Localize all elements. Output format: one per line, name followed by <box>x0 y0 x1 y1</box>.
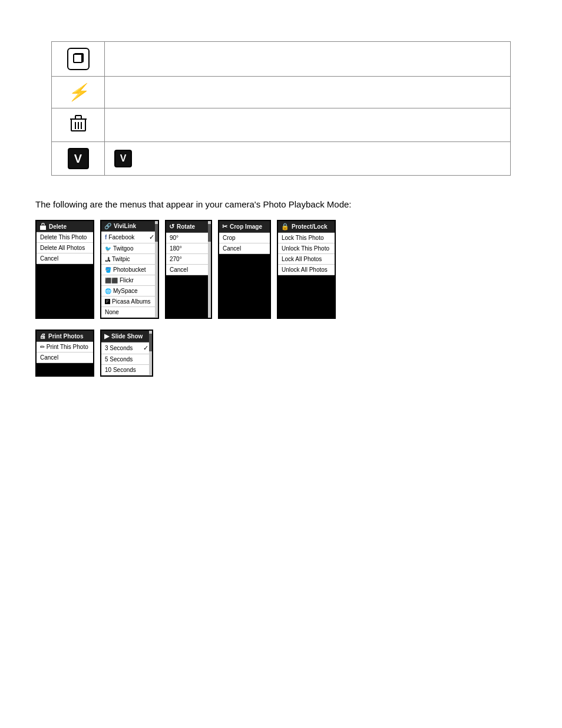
slideshow-5sec-label: 5 Seconds <box>105 356 133 363</box>
vivilink-twitgoo[interactable]: 🐦Twitgoo <box>101 243 158 254</box>
v-icon-description: V <box>105 142 511 176</box>
rotate-cancel[interactable]: Cancel <box>166 265 211 275</box>
crop-menu-header: ✂ Crop Image <box>219 221 270 233</box>
vivilink-menu: 🔗 ViviLink fFacebook ✓ 🐦Twitgoo 🏞Twitpic… <box>100 220 159 319</box>
slideshow-scrollbar <box>149 331 152 375</box>
vivilink-menu-title: ViviLink <box>114 223 136 229</box>
rotate-90[interactable]: 90° <box>166 233 211 243</box>
slideshow-3sec-check: ✓ <box>143 344 148 352</box>
vivilink-menu-header: 🔗 ViviLink <box>101 221 158 232</box>
unlock-this-photo[interactable]: Unlock This Photo <box>278 243 335 254</box>
rotate-270[interactable]: 270° <box>166 254 211 265</box>
print-this-photo[interactable]: ✏ Print This Photo <box>37 342 93 353</box>
icon-reference-table: ⚡ V V <box>51 41 511 176</box>
intro-paragraph: The following are the menus that appear … <box>35 199 527 209</box>
protect-menu-header: 🔒 Protect/Lock <box>278 221 335 233</box>
copy-icon-cell <box>52 42 105 77</box>
lock-header-icon: 🔒 <box>281 223 289 230</box>
v-icon-small-inline: V <box>114 150 132 167</box>
lock-this-photo[interactable]: Lock This Photo <box>278 233 335 243</box>
facebook-label: fFacebook <box>105 234 134 241</box>
rotate-scrollbar <box>208 221 211 318</box>
menus-row-1: Delete Delete This Photo Delete All Phot… <box>35 220 527 319</box>
print-menu-title: Print Photos <box>48 333 83 340</box>
vivilink-flickr[interactable]: ⬛⬛Flickr <box>101 275 158 286</box>
bolt-icon: ⚡ <box>68 83 88 101</box>
vivilink-myspace[interactable]: 🌐MySpace <box>101 286 158 297</box>
photobucket-label: 🪣Photobucket <box>105 266 146 273</box>
crop-header-icon: ✂ <box>222 223 227 230</box>
delete-menu: Delete Delete This Photo Delete All Phot… <box>35 220 94 319</box>
rotate-180[interactable]: 180° <box>166 243 211 254</box>
lock-all-photos[interactable]: Lock All Photos <box>278 254 335 265</box>
crop-crop[interactable]: Crop <box>219 233 270 243</box>
trash-icon-cell <box>52 108 105 142</box>
unlock-all-photos[interactable]: Unlock All Photos <box>278 265 335 275</box>
vivilink-header-icon: 🔗 <box>104 223 111 229</box>
vivilink-scrollbar <box>155 221 158 318</box>
slideshow-header-icon: ▶ <box>104 332 109 340</box>
slideshow-3sec-label: 3 Seconds <box>105 345 133 351</box>
vivilink-facebook[interactable]: fFacebook ✓ <box>101 232 158 243</box>
vivilink-twitpic[interactable]: 🏞Twitpic <box>101 254 158 265</box>
delete-menu-title: Delete <box>49 223 67 230</box>
copy-icon <box>67 48 90 70</box>
slideshow-menu-header: ▶ Slide Show <box>101 331 152 342</box>
protect-menu-title: Protect/Lock <box>292 223 328 230</box>
print-this-photo-label: ✏ Print This Photo <box>40 344 88 350</box>
picasa-label: 🅿Picasa Albums <box>105 298 151 305</box>
twitpic-label: 🏞Twitpic <box>105 256 130 262</box>
slideshow-3sec[interactable]: 3 Seconds ✓ <box>101 342 152 354</box>
v-icon-big: V <box>68 148 89 169</box>
slideshow-menu: ▶ Slide Show 3 Seconds ✓ 5 Seconds 10 Se… <box>100 330 153 377</box>
trash-icon-description <box>105 108 511 142</box>
svg-rect-8 <box>40 225 46 230</box>
crop-cancel[interactable]: Cancel <box>219 243 270 254</box>
vivilink-picasa[interactable]: 🅿Picasa Albums <box>101 297 158 307</box>
twitgoo-label: 🐦Twitgoo <box>105 245 133 252</box>
slideshow-10sec[interactable]: 10 Seconds <box>101 365 152 375</box>
delete-menu-header: Delete <box>37 221 93 232</box>
bolt-icon-description <box>105 77 511 108</box>
vivilink-none[interactable]: None <box>101 307 158 318</box>
menus-row-2: 🖨 Print Photos ✏ Print This Photo Cancel… <box>35 330 527 377</box>
print-header-icon: 🖨 <box>39 332 46 340</box>
print-menu: 🖨 Print Photos ✏ Print This Photo Cancel <box>35 330 94 377</box>
rotate-header-icon: ↺ <box>169 223 174 230</box>
delete-all-photos[interactable]: Delete All Photos <box>37 243 93 253</box>
bolt-icon-cell: ⚡ <box>52 77 105 108</box>
rotate-menu-title: Rotate <box>177 223 195 230</box>
rotate-menu: ↺ Rotate 90° 180° 270° Cancel <box>165 220 212 319</box>
v-icon-cell: V <box>52 142 105 176</box>
none-label: None <box>105 309 119 315</box>
rotate-menu-header: ↺ Rotate <box>166 221 211 233</box>
copy-icon-description <box>105 42 511 77</box>
crop-menu: ✂ Crop Image Crop Cancel <box>218 220 271 319</box>
trash-header-icon <box>39 223 47 230</box>
vivilink-photobucket[interactable]: 🪣Photobucket <box>101 265 158 275</box>
delete-this-photo[interactable]: Delete This Photo <box>37 232 93 243</box>
print-cancel[interactable]: Cancel <box>37 353 93 363</box>
print-menu-header: 🖨 Print Photos <box>37 331 93 342</box>
trash-icon <box>70 120 87 135</box>
crop-menu-title: Crop Image <box>230 223 262 230</box>
protect-menu: 🔒 Protect/Lock Lock This Photo Unlock Th… <box>277 220 336 319</box>
slideshow-5sec[interactable]: 5 Seconds <box>101 354 152 365</box>
delete-cancel[interactable]: Cancel <box>37 253 93 264</box>
slideshow-10sec-label: 10 Seconds <box>105 367 136 373</box>
flickr-label: ⬛⬛Flickr <box>105 277 134 284</box>
myspace-label: 🌐MySpace <box>105 288 138 294</box>
facebook-check: ✓ <box>149 233 154 241</box>
slideshow-menu-title: Slide Show <box>111 333 143 340</box>
